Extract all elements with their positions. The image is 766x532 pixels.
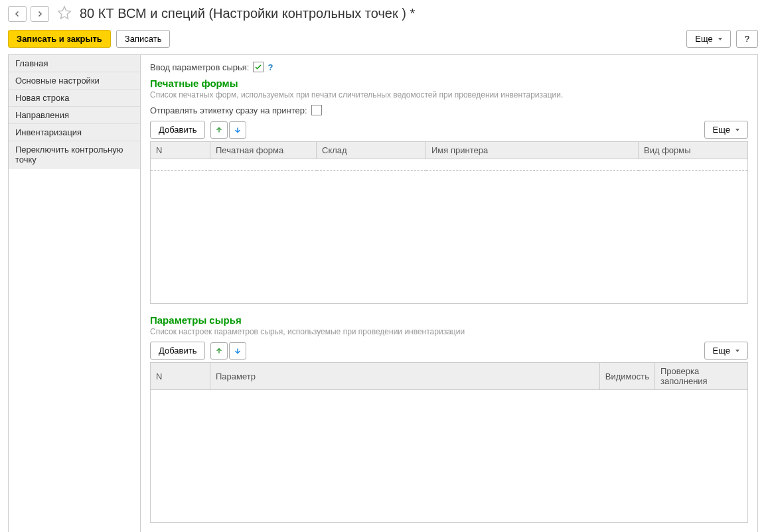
params-add-button[interactable]: Добавить	[150, 342, 205, 360]
print-col-printer: Имя принтера	[426, 142, 639, 159]
sidebar-item-directions[interactable]: Направления	[9, 107, 140, 124]
print-forms-title: Печатные формы	[150, 78, 748, 89]
arrow-up-icon	[215, 126, 223, 134]
raw-params-label: Ввод параметров сырья:	[150, 62, 249, 72]
print-moveup-button[interactable]	[210, 121, 228, 139]
raw-params-desc: Список настроек параметров сырья, исполь…	[150, 327, 748, 336]
params-movedown-button[interactable]	[229, 342, 246, 360]
save-close-button[interactable]: Записать и закрыть	[8, 30, 111, 48]
params-moveup-button[interactable]	[210, 342, 228, 360]
nav-back-button[interactable]	[8, 6, 27, 22]
nav-forward-button[interactable]	[31, 6, 49, 22]
star-icon	[57, 5, 72, 20]
params-col-n: N	[151, 363, 210, 390]
sidebar-item-newrow[interactable]: Новая строка	[9, 90, 140, 107]
save-button[interactable]: Записать	[116, 30, 171, 48]
raw-params-title: Параметры сырья	[150, 314, 748, 326]
raw-params-help-icon[interactable]: ?	[268, 62, 273, 72]
params-col-param: Параметр	[210, 363, 600, 390]
sidebar-item-settings[interactable]: Основные настройки	[9, 72, 140, 90]
params-more-button[interactable]: Еще	[704, 342, 748, 360]
arrow-right-icon	[36, 10, 44, 18]
sidebar: Главная Основные настройки Новая строка …	[8, 54, 141, 532]
sidebar-item-inventory[interactable]: Инвентаризация	[9, 124, 140, 141]
arrow-down-icon	[234, 347, 242, 355]
more-button-top[interactable]: Еще	[686, 30, 730, 48]
check-icon	[254, 63, 262, 71]
sidebar-item-switchpoint[interactable]: Переключить контрольную точку	[9, 141, 140, 168]
arrow-down-icon	[234, 126, 242, 134]
arrow-left-icon	[13, 10, 21, 18]
page-title: 80 КТ ВСМ и специй (Настройки контрольны…	[80, 6, 415, 21]
table-empty	[151, 390, 748, 523]
print-forms-desc: Список печатных форм, используемых при п…	[150, 90, 748, 100]
params-col-visibility: Видимость	[599, 363, 654, 390]
print-more-button[interactable]: Еще	[704, 121, 748, 139]
print-add-button[interactable]: Добавить	[150, 121, 205, 139]
send-label-direct-label: Отправлять этикетку сразу на принтер:	[150, 105, 307, 115]
sidebar-item-main[interactable]: Главная	[9, 55, 140, 72]
table-empty	[151, 171, 748, 304]
print-col-n: N	[151, 142, 210, 159]
main-area: Ввод параметров сырья: ? Печатные формы …	[141, 54, 758, 532]
send-label-direct-checkbox[interactable]	[311, 105, 322, 115]
raw-params-table[interactable]: N Параметр Видимость Проверка заполнения	[150, 362, 748, 523]
print-col-store: Склад	[317, 142, 426, 159]
params-col-check: Проверка заполнения	[655, 363, 748, 390]
print-movedown-button[interactable]	[229, 121, 246, 139]
print-forms-table[interactable]: N Печатная форма Склад Имя принтера Вид …	[150, 141, 748, 304]
help-button[interactable]: ?	[736, 30, 758, 48]
print-col-kind: Вид формы	[639, 142, 748, 159]
print-col-form: Печатная форма	[210, 142, 317, 159]
table-row[interactable]	[151, 159, 748, 171]
favorite-toggle[interactable]	[57, 5, 72, 22]
raw-params-checkbox[interactable]	[253, 62, 264, 72]
arrow-up-icon	[215, 347, 223, 355]
